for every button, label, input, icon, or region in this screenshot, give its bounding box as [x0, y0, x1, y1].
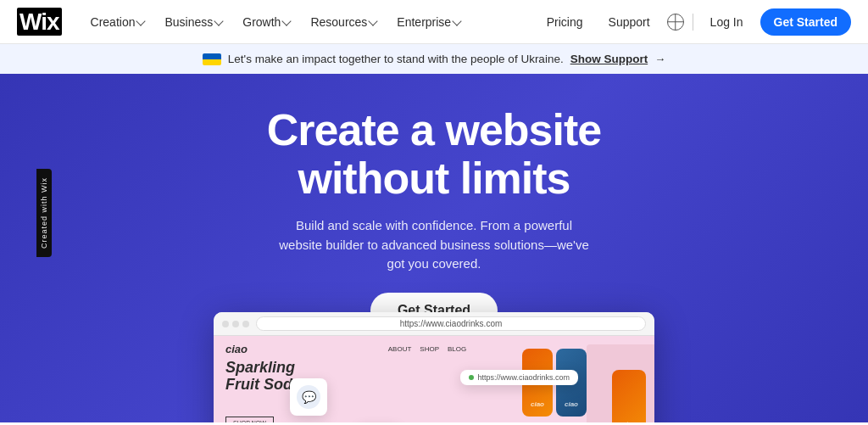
- ukraine-message: Let's make an impact together to stand w…: [228, 53, 564, 65]
- preview-nav-links: ABOUT SHOP BLOG: [388, 345, 466, 353]
- ukraine-flag-icon: [203, 53, 221, 65]
- nav-creation-label: Creation: [91, 15, 136, 29]
- chevron-down-icon: [452, 16, 461, 25]
- preview-nav-shop: SHOP: [420, 345, 439, 353]
- support-label: Support: [609, 15, 650, 29]
- ukraine-banner: Let's make an impact together to stand w…: [0, 44, 868, 74]
- nav-item-enterprise[interactable]: Enterprise: [388, 10, 469, 34]
- show-support-link[interactable]: Show Support: [570, 53, 648, 65]
- can-label-blue: ciao: [565, 400, 578, 408]
- nav-item-business[interactable]: Business: [156, 10, 231, 34]
- can-label-orange: ciao: [531, 400, 544, 408]
- pricing-label: Pricing: [547, 15, 583, 29]
- preview-nav-about: ABOUT: [388, 345, 412, 353]
- nav-right: Pricing Support Log In Get Started: [538, 8, 851, 36]
- dot-green: [242, 321, 249, 327]
- preview-shop-button: SHOP NOW: [225, 417, 274, 422]
- created-with-wix-sidebar: Created with Wix: [36, 168, 52, 256]
- preview-side-can: ciao: [612, 370, 646, 422]
- preview-url-popup: https://www.ciaodrinks.com: [460, 370, 578, 385]
- preview-side-can-label: ciao: [624, 421, 635, 422]
- preview-site-content: ciao ABOUT SHOP BLOG Sparkling Fruit Sod…: [214, 336, 654, 422]
- nav-item-growth[interactable]: Growth: [234, 10, 298, 34]
- sidebar-text: Created with Wix: [40, 176, 48, 248]
- nav-business-label: Business: [164, 15, 213, 29]
- nav-support[interactable]: Support: [600, 10, 659, 34]
- nav-growth-label: Growth: [242, 15, 281, 29]
- browser-dots: [222, 321, 249, 327]
- nav-items: Creation Business Growth Resources Enter…: [82, 10, 470, 34]
- url-text: https://www.ciaodrinks.com: [400, 319, 503, 328]
- hero-title-line1: Create a website: [267, 105, 601, 154]
- preview-site-logo: ciao: [225, 343, 248, 355]
- login-link[interactable]: Log In: [702, 10, 752, 34]
- nav-resources-label: Resources: [310, 15, 367, 29]
- dot-yellow: [232, 321, 239, 327]
- hero-title-line2: without limits: [298, 154, 570, 203]
- nav-item-resources[interactable]: Resources: [302, 10, 385, 34]
- chat-icon: 💬: [297, 385, 320, 409]
- get-started-nav-button[interactable]: Get Started: [760, 8, 851, 36]
- dot-red: [222, 321, 229, 327]
- wix-logo[interactable]: Wix: [17, 8, 62, 36]
- preview-browser-bar: https://www.ciaodrinks.com: [214, 312, 654, 336]
- preview-url-display: https://www.ciaodrinks.com: [477, 373, 570, 382]
- nav-pricing[interactable]: Pricing: [538, 10, 592, 34]
- chevron-down-icon: [282, 16, 292, 25]
- hero-section: Create a website without limits Build an…: [0, 74, 868, 422]
- arrow-right-icon: →: [654, 53, 665, 65]
- hero-title: Create a website without limits: [267, 106, 601, 203]
- chevron-down-icon: [369, 16, 378, 25]
- globe-icon[interactable]: [667, 14, 684, 31]
- preview-nav-blog: BLOG: [448, 345, 466, 353]
- chevron-down-icon: [214, 16, 224, 25]
- nav-item-creation[interactable]: Creation: [82, 10, 153, 34]
- nav-divider: [693, 14, 693, 31]
- chevron-down-icon: [136, 16, 146, 25]
- website-preview: https://www.ciaodrinks.com ciao ABOUT SH…: [214, 312, 654, 422]
- navbar: Wix Creation Business Growth Resources E…: [0, 0, 868, 44]
- hero-subtitle: Build and scale with confidence. From a …: [273, 216, 595, 274]
- preview-side-panel: ciao: [587, 344, 654, 422]
- url-secure-icon: [469, 375, 474, 380]
- preview-chat-widget: 💬: [290, 378, 327, 416]
- nav-enterprise-label: Enterprise: [397, 15, 451, 29]
- preview-url-bar: https://www.ciaodrinks.com: [256, 316, 646, 331]
- preview-hero-line1: Sparkling: [225, 360, 301, 377]
